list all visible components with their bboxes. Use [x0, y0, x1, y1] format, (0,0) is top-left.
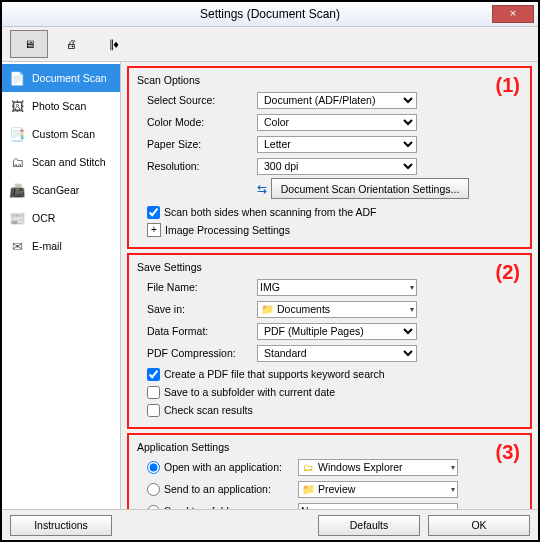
chevron-down-icon: ▾	[410, 283, 414, 292]
stitch-icon: 🗂	[8, 154, 26, 170]
sidebar-item-document-scan[interactable]: 📄 Document Scan	[2, 64, 120, 92]
image-processing-label: Image Processing Settings	[165, 224, 290, 236]
check-results-label: Check scan results	[164, 404, 253, 416]
swap-arrows-icon[interactable]: ⇆	[257, 182, 267, 196]
ocr-icon: 📰	[8, 210, 26, 226]
resolution-dropdown[interactable]: 300 dpi	[257, 158, 417, 175]
instructions-button[interactable]: Instructions	[10, 515, 112, 536]
keyword-search-checkbox[interactable]	[147, 368, 160, 381]
folder-icon: 📁	[301, 483, 315, 496]
custom-icon: 📑	[8, 126, 26, 142]
save-settings-title: Save Settings	[137, 261, 522, 273]
sidebar-item-label: Custom Scan	[32, 128, 95, 140]
tab-general-settings[interactable]: ∥♦	[94, 30, 132, 58]
chevron-down-icon: ▾	[451, 485, 455, 494]
save-settings-section: (2) Save Settings File Name: IMG ▾ Save …	[127, 253, 532, 429]
resolution-label: Resolution:	[137, 160, 257, 172]
sidebar-item-label: Document Scan	[32, 72, 107, 84]
sidebar-item-label: ScanGear	[32, 184, 79, 196]
section-number-1: (1)	[496, 74, 520, 97]
tab-scan-from-panel[interactable]: 🖨	[52, 30, 90, 58]
main-panel: (1) Scan Options Select Source: Document…	[121, 62, 538, 509]
sidebar-item-custom-scan[interactable]: 📑 Custom Scan	[2, 120, 120, 148]
file-name-label: File Name:	[137, 281, 257, 293]
monitor-icon: 🖥	[24, 38, 35, 50]
save-in-label: Save in:	[137, 303, 257, 315]
window-title: Settings (Document Scan)	[200, 7, 340, 21]
pdf-compression-dropdown[interactable]: Standard	[257, 345, 417, 362]
image-processing-expander[interactable]: + Image Processing Settings	[137, 221, 522, 239]
folder-icon: 📁	[260, 303, 274, 316]
select-source-label: Select Source:	[137, 94, 257, 106]
send-app-value: Preview	[318, 483, 355, 495]
data-format-label: Data Format:	[137, 325, 257, 337]
subfolder-label: Save to a subfolder with current date	[164, 386, 335, 398]
select-source-dropdown[interactable]: Document (ADF/Platen)	[257, 92, 417, 109]
send-folder-value: None	[301, 505, 326, 509]
send-folder-radio[interactable]	[147, 505, 160, 510]
sliders-icon: ∥♦	[109, 38, 117, 51]
open-app-dropdown[interactable]: 🗂 Windows Explorer ▾	[298, 459, 458, 476]
scan-both-sides-label: Scan both sides when scanning from the A…	[164, 206, 376, 218]
chevron-down-icon: ▾	[451, 463, 455, 472]
pdf-compression-label: PDF Compression:	[137, 347, 257, 359]
plus-icon: +	[147, 223, 161, 237]
open-app-value: Windows Explorer	[318, 461, 403, 473]
send-app-label: Send to an application:	[164, 483, 294, 495]
open-app-radio[interactable]	[147, 461, 160, 474]
send-folder-label: Send to a folder:	[164, 505, 294, 509]
save-in-dropdown[interactable]: 📁 Documents ▾	[257, 301, 417, 318]
settings-window: { "title": "Settings (Document Scan)", "…	[0, 0, 540, 542]
scanner-icon: 🖨	[66, 38, 77, 50]
paper-size-dropdown[interactable]: Letter	[257, 136, 417, 153]
email-icon: ✉	[8, 238, 26, 254]
send-folder-dropdown[interactable]: None ▾	[298, 503, 458, 510]
file-name-combo[interactable]: IMG ▾	[257, 279, 417, 296]
scan-options-title: Scan Options	[137, 74, 522, 86]
chevron-down-icon: ▾	[410, 305, 414, 314]
color-mode-label: Color Mode:	[137, 116, 257, 128]
send-app-dropdown[interactable]: 📁 Preview ▾	[298, 481, 458, 498]
ok-button[interactable]: OK	[428, 515, 530, 536]
subfolder-checkbox[interactable]	[147, 386, 160, 399]
defaults-button[interactable]: Defaults	[318, 515, 420, 536]
paper-size-label: Paper Size:	[137, 138, 257, 150]
sidebar-item-label: Scan and Stitch	[32, 156, 106, 168]
body: 📄 Document Scan 🖼 Photo Scan 📑 Custom Sc…	[2, 62, 538, 509]
open-app-label: Open with an application:	[164, 461, 294, 473]
footer: Instructions Defaults OK	[2, 509, 538, 540]
explorer-icon: 🗂	[301, 461, 315, 473]
sidebar-item-scan-stitch[interactable]: 🗂 Scan and Stitch	[2, 148, 120, 176]
section-number-2: (2)	[496, 261, 520, 284]
scan-both-sides-checkbox[interactable]	[147, 206, 160, 219]
top-toolbar: 🖥 🖨 ∥♦	[2, 27, 538, 62]
sidebar: 📄 Document Scan 🖼 Photo Scan 📑 Custom Sc…	[2, 62, 121, 509]
tab-scan-from-computer[interactable]: 🖥	[10, 30, 48, 58]
save-in-value: Documents	[277, 303, 330, 315]
sidebar-item-scangear[interactable]: 📠 ScanGear	[2, 176, 120, 204]
photo-icon: 🖼	[8, 98, 26, 114]
check-results-checkbox[interactable]	[147, 404, 160, 417]
sidebar-item-label: Photo Scan	[32, 100, 86, 112]
color-mode-dropdown[interactable]: Color	[257, 114, 417, 131]
sidebar-item-label: OCR	[32, 212, 55, 224]
document-icon: 📄	[8, 70, 26, 86]
file-name-value: IMG	[260, 281, 280, 293]
sidebar-item-label: E-mail	[32, 240, 62, 252]
orientation-settings-button[interactable]: Document Scan Orientation Settings...	[271, 178, 469, 199]
chevron-down-icon: ▾	[451, 507, 455, 510]
close-button[interactable]: ×	[492, 5, 534, 23]
sidebar-item-email[interactable]: ✉ E-mail	[2, 232, 120, 260]
application-settings-section: (3) Application Settings Open with an ap…	[127, 433, 532, 509]
sidebar-item-photo-scan[interactable]: 🖼 Photo Scan	[2, 92, 120, 120]
sidebar-item-ocr[interactable]: 📰 OCR	[2, 204, 120, 232]
data-format-dropdown[interactable]: PDF (Multiple Pages)	[257, 323, 417, 340]
titlebar: Settings (Document Scan) ×	[2, 2, 538, 27]
scangear-icon: 📠	[8, 182, 26, 198]
section-number-3: (3)	[496, 441, 520, 464]
scan-options-section: (1) Scan Options Select Source: Document…	[127, 66, 532, 249]
keyword-search-label: Create a PDF file that supports keyword …	[164, 368, 385, 380]
send-app-radio[interactable]	[147, 483, 160, 496]
application-settings-title: Application Settings	[137, 441, 522, 453]
